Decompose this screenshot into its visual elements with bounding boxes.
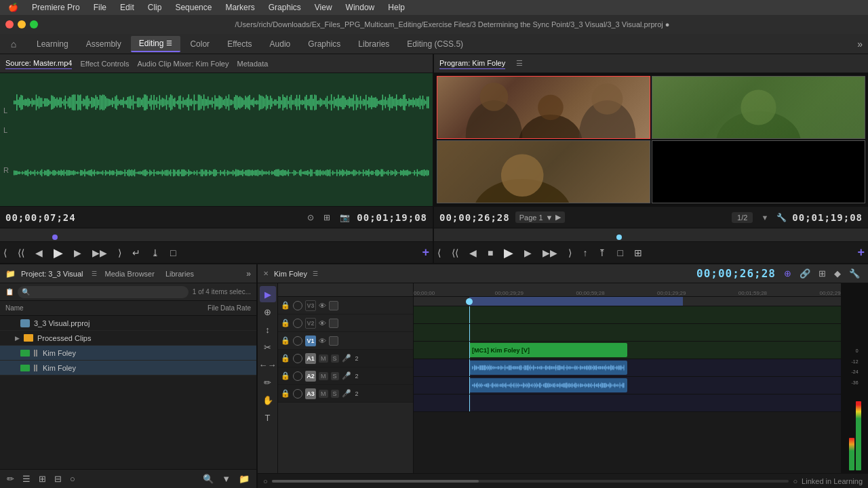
tab-editing[interactable]: Editing ☰ [131, 36, 181, 52]
track-target-a3[interactable]: A3 [305, 388, 316, 399]
timeline-scrub-bar[interactable] [414, 297, 841, 306]
track-lock-a2[interactable]: 🔒 [281, 371, 290, 380]
razor-tool[interactable]: ✏ [260, 374, 276, 390]
project-search-area[interactable]: 🔍 [18, 286, 189, 298]
multicam-tool[interactable]: ⊞ [816, 267, 829, 280]
source-insert-button[interactable]: ↵ [129, 246, 144, 260]
prog-lift[interactable]: ↑ [579, 246, 591, 260]
track-target-v2[interactable]: V2 [305, 318, 316, 329]
ripple-edit-tool[interactable]: ✂ [260, 339, 276, 355]
track-mic-a3[interactable]: 🎤 [342, 389, 351, 398]
text-tool[interactable]: T [260, 409, 276, 426]
prog-export-frame[interactable]: □ [614, 246, 626, 260]
timeline-playhead-dot[interactable] [466, 298, 473, 305]
tab-libraries[interactable]: Libraries [350, 37, 397, 52]
track-target-v1[interactable]: V1 [305, 336, 316, 346]
program-scrub-bar[interactable] [434, 228, 868, 241]
prog-mark-out[interactable]: ⟩ [565, 246, 575, 260]
menu-graphics[interactable]: Graphics [266, 2, 304, 13]
close-timeline-icon[interactable]: ✕ [263, 270, 269, 277]
page-selector[interactable]: Page 1 ▼ ▶ [515, 211, 566, 223]
source-loop-button[interactable]: ⊙ [304, 211, 317, 224]
tab-program[interactable]: Program: Kim Foley [439, 58, 505, 69]
expand-workspaces-button[interactable]: » [857, 39, 863, 49]
circle-icon[interactable]: ○ [67, 472, 78, 485]
track-solo-a2[interactable]: S [331, 372, 339, 380]
list-item[interactable]: Kim Foley [0, 361, 256, 375]
program-timecode[interactable]: 00;00;26;28 [439, 212, 510, 223]
timeline-menu-icon[interactable]: ☰ [313, 270, 318, 277]
track-mic-a2[interactable]: 🎤 [342, 371, 351, 380]
source-step-back-button[interactable]: ⟨⟨ [14, 246, 28, 260]
list-item[interactable]: 3_3 Visual.prproj [0, 316, 256, 331]
track-mute-a2[interactable]: M [319, 372, 328, 380]
track-output-v3[interactable] [329, 301, 338, 310]
source-export-frame-button[interactable]: 📷 [337, 211, 353, 224]
hand-tool[interactable]: ✋ [260, 392, 276, 408]
track-target-a2[interactable]: A2 [305, 371, 316, 382]
prog-mark-in[interactable]: ⟨ [434, 246, 444, 260]
cam-fraction[interactable]: 1/2 [732, 212, 753, 223]
track-sync-v3[interactable] [293, 301, 302, 310]
prog-extract[interactable]: ⤒ [595, 246, 610, 260]
source-frame-back-button[interactable]: ◀ [32, 246, 46, 260]
track-solo-a1[interactable]: S [331, 354, 339, 363]
track-sync-v2[interactable] [293, 319, 302, 328]
select-tool[interactable]: ▶ [260, 286, 276, 302]
track-mute-a1[interactable]: M [319, 354, 328, 363]
audio-clip-a2[interactable] [469, 378, 627, 392]
zoom-out-icon[interactable]: ○ [263, 477, 268, 485]
track-eye-v3[interactable]: 👁 [319, 302, 326, 310]
project-menu-icon[interactable]: ☰ [92, 270, 97, 277]
cam-cell-2[interactable] [652, 76, 865, 139]
grid-view-icon[interactable]: ⊞ [36, 472, 49, 485]
tab-media-browser[interactable]: Media Browser [102, 270, 157, 278]
track-output-v2[interactable] [329, 319, 338, 328]
tab-metadata[interactable]: Metadata [237, 58, 268, 69]
track-lock-v2[interactable]: 🔒 [281, 319, 290, 327]
audio-clip-a1[interactable] [469, 361, 627, 375]
zoom-in-icon[interactable]: ○ [793, 477, 797, 485]
track-target-v3[interactable]: V3 [305, 300, 316, 311]
prog-frame-fwd[interactable]: ▶ [521, 246, 535, 260]
track-sync-v1[interactable] [293, 336, 302, 346]
menu-premiere-pro[interactable]: Premiere Pro [29, 2, 83, 13]
cam-cell-3[interactable] [437, 140, 650, 203]
track-mic-a1[interactable]: 🎤 [342, 354, 351, 363]
source-export-frame-btn2[interactable]: □ [167, 246, 179, 260]
wrench-icon[interactable]: 🔧 [776, 213, 787, 222]
source-safe-margins-button[interactable]: ⊞ [321, 211, 333, 224]
track-output-v1[interactable] [329, 336, 338, 346]
tab-editing-css5[interactable]: Editing (CSS.5) [399, 37, 471, 52]
maximize-button[interactable] [30, 20, 38, 28]
home-button[interactable]: ⌂ [5, 36, 22, 52]
settings-btn[interactable]: ▼ [219, 472, 233, 485]
menu-sequence[interactable]: Sequence [172, 2, 214, 13]
list-item[interactable]: Kim Foley [0, 346, 256, 361]
freeform-view-icon[interactable]: ⊟ [52, 472, 64, 485]
linked-tool[interactable]: 🔗 [797, 267, 813, 280]
track-lock-a3[interactable]: 🔒 [281, 389, 290, 398]
prog-stop[interactable]: ■ [484, 246, 496, 260]
prog-add-button[interactable]: + [854, 244, 868, 261]
close-button[interactable] [5, 20, 14, 28]
menu-file[interactable]: File [91, 2, 109, 13]
prog-step-fwd[interactable]: ▶▶ [539, 246, 561, 260]
list-view-icon[interactable]: ☰ [20, 472, 33, 485]
program-panel-menu[interactable]: ☰ [516, 59, 523, 68]
prog-multicam-btn[interactable]: ⊞ [631, 246, 646, 260]
track-eye-v1[interactable]: 👁 [319, 337, 326, 345]
track-solo-a3[interactable]: S [331, 390, 339, 398]
menu-edit[interactable]: Edit [117, 2, 137, 13]
tab-color[interactable]: Color [182, 37, 218, 52]
cam-dropdown[interactable]: ▼ [761, 214, 768, 222]
tab-assembly[interactable]: Assembly [78, 37, 130, 52]
list-item[interactable]: ▶ Processed Clips [0, 331, 256, 346]
minimize-button[interactable] [18, 20, 26, 28]
menu-view[interactable]: View [312, 2, 335, 13]
tab-graphics[interactable]: Graphics [300, 37, 349, 52]
expand-project-panel[interactable]: » [246, 269, 251, 279]
track-select-tool[interactable]: ↕ [260, 321, 276, 338]
tab-audio-clip-mixer[interactable]: Audio Clip Mixer: Kim Foley [137, 58, 229, 69]
tab-source[interactable]: Source: Master.mp4 [5, 58, 72, 69]
